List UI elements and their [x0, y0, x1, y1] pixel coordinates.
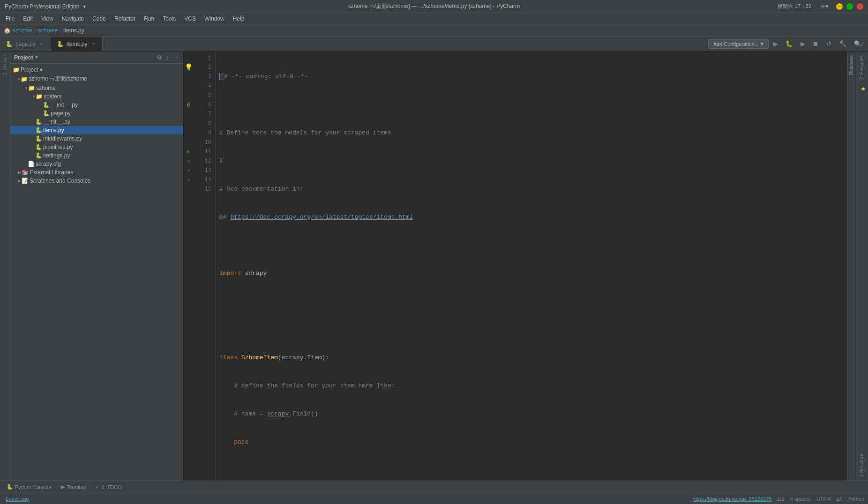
status-indent[interactable]: 4 spaces: [790, 496, 811, 502]
editor-toolbar: 🐍 page.py × 🐍 items.py × Add Configurati…: [0, 37, 868, 52]
sidebar-sort-icon[interactable]: ↕: [165, 53, 170, 62]
gutter-9: [184, 128, 193, 138]
terminal-tab[interactable]: ▶ Terminal: [56, 482, 91, 492]
menu-run[interactable]: Run: [140, 15, 158, 23]
tree-item-scratches[interactable]: ▶ 📝 Scratches and Consoles: [10, 177, 183, 185]
python-console-tab[interactable]: 🐍 Python Console: [2, 482, 56, 492]
window-title: szhome [~/桌面/szhome] — .../szhome/items.…: [348, 3, 520, 9]
tree-label-external-libs: External Libraries: [30, 169, 73, 176]
page-py-tab-close[interactable]: ×: [38, 41, 45, 47]
tab-items-py[interactable]: 🐍 items.py ×: [51, 37, 103, 51]
run-coverage-button[interactable]: ▶: [798, 38, 808, 49]
tree-label-middlewares: middlewares.py: [43, 135, 82, 142]
status-line-sep[interactable]: LF: [837, 496, 843, 502]
gutter-5: [184, 91, 193, 100]
status-encoding[interactable]: UTF-8: [816, 496, 831, 502]
tree-item-pipelines[interactable]: 🐍 pipelines.py: [10, 143, 183, 151]
debug-button[interactable]: 🐛: [783, 38, 796, 49]
sidebar-settings-icon[interactable]: ⚙: [156, 53, 163, 62]
status-position: 1:1: [777, 496, 784, 502]
window-maximize-button[interactable]: □: [846, 3, 853, 10]
code-editor[interactable]: 💡 @ ▶ ⬥ ⬥ ⬥ 1 2 3 4 5: [184, 52, 847, 481]
window-minimize-button[interactable]: —: [836, 3, 843, 10]
window-close-button[interactable]: ×: [857, 3, 863, 10]
project-dropdown-icon[interactable]: ▾: [35, 54, 38, 60]
status-lang[interactable]: Python: [848, 496, 864, 502]
tree-label-scrapy-cfg: scrapy.cfg: [36, 161, 61, 167]
database-strip[interactable]: Database: [848, 52, 858, 79]
breadcrumb-sep-1: ›: [34, 27, 36, 34]
run-button[interactable]: ▶: [771, 38, 781, 49]
editor-area: 💡 @ ▶ ⬥ ⬥ ⬥ 1 2 3 4 5: [184, 52, 847, 481]
datetime-label: 星期六 17：22: [778, 3, 811, 10]
app-dropdown-icon[interactable]: ▾: [83, 3, 86, 10]
tree-item-szhome-root[interactable]: ▾ 📁 szhome ~/桌面/szhome: [10, 74, 183, 84]
tree-item-init-szhome[interactable]: 🐍 __init__.py: [10, 118, 183, 126]
gutter-13: ⬥: [184, 166, 193, 175]
build-button[interactable]: 🔨: [836, 38, 849, 49]
code-line-8: import scrapy: [219, 269, 844, 278]
project-panel-label[interactable]: 1: Project: [1, 52, 8, 79]
menu-tools[interactable]: Tools: [159, 15, 180, 23]
breadcrumb-part-3: items.py: [63, 27, 84, 34]
sidebar-header-left: Project ▾: [14, 54, 38, 61]
items-py-tab-close[interactable]: ×: [90, 41, 97, 47]
tree-item-szhome[interactable]: ▾ 📁 szhome: [10, 84, 183, 92]
line-num-10: 10: [197, 138, 211, 147]
pipelines-py-icon: 🐍: [35, 144, 42, 150]
tree-label-szhome: szhome: [36, 85, 56, 91]
menu-file[interactable]: File: [2, 15, 18, 23]
sidebar-collapse-icon[interactable]: —: [172, 53, 180, 62]
code-line-11: class SzhomeItem(scrapy.Item):: [219, 353, 844, 363]
menu-window[interactable]: Window: [201, 15, 228, 23]
menu-view[interactable]: View: [37, 15, 57, 23]
structure-strip-label[interactable]: 2-Structure: [858, 450, 868, 481]
tree-item-items-py[interactable]: 🐍 items.py: [10, 126, 183, 134]
breadcrumb-part-1[interactable]: szhome: [13, 27, 32, 34]
project-folder-icon: 📁: [12, 67, 20, 73]
tree-item-external-libs[interactable]: ▶ 📚 External Libraries: [10, 168, 183, 177]
layout-icon[interactable]: 中▾: [821, 3, 829, 10]
tree-label-scratches: Scratches and Consoles: [30, 178, 90, 184]
breadcrumb-part-2[interactable]: szhome: [38, 27, 58, 34]
main-area: 1: Project Project ▾ ⚙ ↕ — 📁 Project ▾ ▾: [0, 52, 868, 481]
todo-tab[interactable]: ✓ 6: TODO: [90, 482, 127, 492]
menu-refactor[interactable]: Refactor: [111, 15, 139, 23]
rerun-button[interactable]: ↺: [823, 38, 834, 49]
tree-item-init-spiders[interactable]: 🐍 __init__.py: [10, 101, 183, 109]
event-log-button[interactable]: Event Log: [4, 495, 31, 503]
middlewares-py-icon: 🐍: [35, 135, 42, 142]
tree-label-spiders: spiders: [44, 93, 62, 100]
event-log-link[interactable]: Event Log: [6, 496, 29, 502]
menu-vcs[interactable]: VCS: [180, 15, 200, 23]
favorites-strip-label[interactable]: 2: Favorites: [858, 52, 868, 83]
tree-item-spiders[interactable]: ▾ 📁 spiders: [10, 92, 183, 101]
title-bar-right: 星期六 17：22 中▾ — □ ×: [778, 3, 863, 10]
gutter-7: [184, 110, 193, 119]
items-py-tab-label: items.py: [67, 41, 88, 47]
breadcrumb-sep-2: ›: [60, 27, 61, 34]
add-config-label: Add Configuration...: [713, 41, 759, 47]
init-szhome-py-icon: 🐍: [35, 119, 42, 125]
position-label[interactable]: 1:1: [777, 496, 784, 502]
tree-item-settings[interactable]: 🐍 settings.py: [10, 151, 183, 160]
menu-edit[interactable]: Edit: [19, 15, 37, 23]
szhome-root-folder-icon: 📁: [20, 76, 28, 82]
add-configuration-button[interactable]: Add Configuration... ▾: [708, 39, 769, 49]
tree-item-middlewares[interactable]: 🐍 middlewares.py: [10, 134, 183, 143]
tree-item-project[interactable]: 📁 Project ▾: [10, 66, 183, 74]
line-num-4: 4: [197, 82, 211, 91]
menu-navigate[interactable]: Navigate: [58, 15, 88, 23]
tree-item-page-py[interactable]: 🐍 page.py: [10, 109, 183, 118]
favorites-star-icon[interactable]: ★: [858, 83, 868, 94]
code-line-13: # name = scrapy.Field(): [219, 409, 844, 419]
menu-code[interactable]: Code: [89, 15, 110, 23]
gutter-15: [184, 185, 193, 194]
project-panel-strip: 1: Project: [0, 52, 10, 481]
tree-item-scrapy-cfg[interactable]: 📄 scrapy.cfg: [10, 160, 183, 168]
code-content[interactable]: │# -*- coding: utf-8 -*- # Define here t…: [216, 52, 847, 481]
stop-button[interactable]: ⏹: [810, 38, 822, 49]
add-config-dropdown-icon[interactable]: ▾: [761, 41, 763, 47]
menu-help[interactable]: Help: [229, 15, 248, 23]
tab-page-py[interactable]: 🐍 page.py ×: [0, 37, 51, 51]
